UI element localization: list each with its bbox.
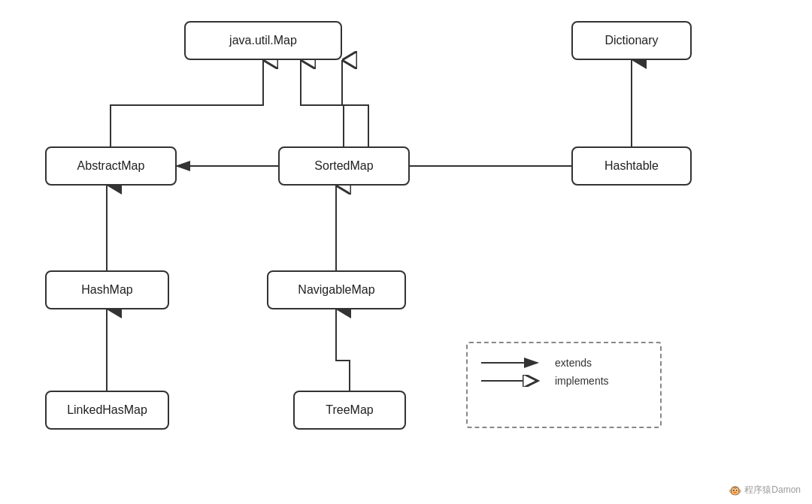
hashtable-box: Hashtable [571, 146, 692, 186]
abstract-map-label: AbstractMap [77, 159, 145, 173]
diagram-container: java.util.Map Dictionary AbstractMap Sor… [0, 0, 812, 504]
implements-legend-row: implements [481, 375, 647, 387]
watermark-icon: 🐵 [729, 484, 741, 496]
legend-box: extends implements [466, 342, 662, 428]
linked-hash-map-label: LinkedHasMap [67, 403, 147, 417]
implements-label: implements [555, 375, 609, 387]
extends-label: extends [555, 357, 592, 369]
navigable-map-box: NavigableMap [267, 270, 406, 309]
tree-map-label: TreeMap [326, 403, 373, 417]
abstract-map-box: AbstractMap [45, 146, 177, 186]
tree-map-box: TreeMap [293, 391, 406, 430]
hash-map-label: HashMap [81, 283, 132, 297]
java-util-map-box: java.util.Map [184, 21, 342, 60]
sorted-map-box: SortedMap [278, 146, 410, 186]
navigable-map-label: NavigableMap [298, 283, 374, 297]
linked-hash-map-box: LinkedHasMap [45, 391, 169, 430]
java-util-map-label: java.util.Map [229, 34, 297, 47]
watermark: 🐵 程序猿Damon [729, 484, 801, 496]
dictionary-box: Dictionary [571, 21, 692, 60]
sorted-map-label: SortedMap [314, 159, 373, 173]
watermark-text: 程序猿Damon [744, 484, 801, 496]
hashtable-label: Hashtable [604, 159, 659, 173]
hash-map-box: HashMap [45, 270, 169, 309]
extends-legend-row: extends [481, 357, 647, 369]
dictionary-label: Dictionary [604, 34, 658, 47]
